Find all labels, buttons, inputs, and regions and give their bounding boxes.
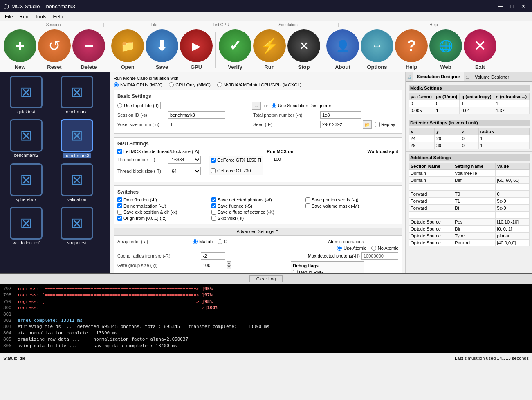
add-r9-c0[interactable]: Optode.Source [409,233,453,240]
add-r5-c1[interactable]: Dt [453,205,495,212]
add-r2-c0[interactable] [409,184,453,191]
thread-num-select[interactable]: 16384 [168,156,201,164]
gpu2-label[interactable]: GeForce GT 730 [211,168,261,173]
about-button[interactable]: 👤 About [326,29,359,70]
web-button[interactable]: 🌐 Web [429,29,462,70]
run-button[interactable]: ⚡ Run [253,29,286,70]
add-r8-c1[interactable]: Dir [453,226,495,233]
media-r1-n[interactable]: 1.37 [494,107,530,114]
media-r1-us[interactable]: 1 [434,107,460,114]
open-button[interactable]: 📁 Open [111,29,144,70]
maximize-button[interactable]: □ [507,2,517,10]
switch-skip-void[interactable]: Skip void (-k) [211,216,304,221]
media-r0-g[interactable]: 1 [460,100,494,107]
add-r5-c0[interactable]: Forward [409,205,453,212]
matlab-radio[interactable] [193,239,198,244]
add-r7-c2[interactable]: [10,10,-10] [495,219,529,226]
mode-mcxcl-label[interactable]: NVIDIA/AMD/Intel CPU/GPU (MCXCL) [217,82,301,87]
c-radio-label[interactable]: C [218,239,227,244]
seed-input[interactable] [320,121,361,128]
add-r4-c0[interactable]: Forward [409,198,453,205]
add-r9-c2[interactable]: planar [495,233,529,240]
no-atomic-label[interactable]: No Atomic [371,246,398,251]
use-sim-designer-label[interactable]: Use Simulation Designer » [272,103,331,108]
menu-run[interactable]: Run [16,13,31,20]
matlab-radio-label[interactable]: Matlab [193,239,213,244]
use-atomic-label[interactable]: Use Atomic [337,246,366,251]
det-r1-y[interactable]: 39 [434,142,460,149]
add-r8-c2[interactable]: [0, 0, 1] [495,226,529,233]
add-r2-c2[interactable] [495,184,529,191]
add-r9-c1[interactable]: Type [453,233,495,240]
add-r0-c2[interactable] [495,170,529,177]
media-r1-g[interactable]: 0.01 [460,107,494,114]
add-r6-c2[interactable] [495,212,529,219]
let-mcx-decide-checkbox[interactable] [117,149,122,154]
add-r3-c2[interactable]: 0 [495,191,529,198]
det-r0-radius[interactable]: 1 [478,135,529,142]
gate-up-button[interactable]: ▲ [227,261,231,265]
switch-origin[interactable]: Orign from [0,0,0] (-z) [117,216,210,221]
add-r10-c0[interactable]: Optode.Source [409,240,453,246]
add-r3-c1[interactable]: T0 [453,191,495,198]
add-r2-c1[interactable] [453,184,495,191]
let-mcx-decide-label[interactable]: Let MCX decide thread/block size (-A) [117,149,199,154]
session-item-benchmark2[interactable]: ⊠ benchmark2 [2,118,51,160]
switch-normalization[interactable]: Do normalization (-U) [117,203,210,208]
tab-volume-designer[interactable]: Volume Designer [471,72,513,81]
add-r0-c1[interactable]: VolumeFile [453,170,495,177]
det-r1-radius[interactable]: 1 [478,142,529,149]
gpu-button[interactable]: ▶ GPU [180,29,213,70]
add-r3-c0[interactable]: Forward [409,191,453,198]
switch-save-diffuse[interactable]: Save diffuse reflectance (-X) [211,210,304,215]
det-r0-z[interactable]: 0 [460,135,478,142]
thread-block-select[interactable]: 64 [168,167,201,175]
det-r1-x[interactable]: 29 [409,142,435,149]
add-r4-c1[interactable]: T1 [453,198,495,205]
add-r1-c0[interactable]: Domain [409,177,453,184]
log-content[interactable]: 797rogress: [===========================… [0,284,532,353]
split-up-button[interactable]: ▲ [227,273,231,273]
c-radio[interactable] [218,239,222,244]
media-r1-ua[interactable]: 0.005 [409,107,434,114]
switch-save-photons[interactable]: Save detected photons (-d) [211,197,304,202]
add-r10-c2[interactable]: [40,0,0,0] [495,240,529,246]
session-item-validation-ref[interactable]: ⊠ validation_ref [2,205,51,247]
add-r1-c1[interactable]: Dim [453,177,495,184]
add-r4-c2[interactable]: 5e-9 [495,198,529,205]
add-r0-c0[interactable]: Domain [409,170,453,177]
det-r0-x[interactable]: 24 [409,135,435,142]
session-item-validation[interactable]: ⊠ validation [52,162,101,203]
use-atomic-radio[interactable] [337,246,342,251]
add-r5-c2[interactable]: 5e-9 [495,205,529,212]
gpu1-label[interactable]: GeForce GTX 1050 Ti [211,158,261,163]
add-r1-c2[interactable]: [60, 60, 60] [495,177,529,184]
use-sim-designer-radio[interactable] [272,103,276,108]
stop-button[interactable]: ✕ Stop [287,29,321,70]
use-input-file-radio[interactable] [117,103,122,108]
verify-button[interactable]: ✓ Verify [218,29,252,70]
save-button[interactable]: ⬇ Save [145,29,179,70]
help-button[interactable]: ? Help [395,29,428,70]
add-r7-c1[interactable]: Pos [453,219,495,226]
debug-rng-checkbox[interactable] [293,270,298,273]
session-item-benchmark1[interactable]: ⊠ benchmark1 [52,74,101,116]
media-r0-ua[interactable]: 0 [409,100,434,107]
menu-tools[interactable]: Tools [31,13,49,20]
switch-save-fluence[interactable]: Save fluence (-S) [211,203,304,208]
input-file-field[interactable] [160,102,250,109]
clear-log-button[interactable]: Clear Log [249,275,283,282]
gpu1-checkbox[interactable] [211,158,216,163]
add-r6-c1[interactable] [453,212,495,219]
delete-button[interactable]: − Delete [72,29,106,70]
options-button[interactable]: ↔ Options [360,29,394,70]
voxel-input[interactable] [168,121,225,128]
cache-input[interactable] [201,252,225,260]
mode-mcx-label[interactable]: NVIDIA GPUs (MCX) [114,82,162,87]
menu-file[interactable]: File [2,13,16,20]
advanced-toggle[interactable]: Advanced Settings ⌃ [114,228,402,235]
reset-button[interactable]: ↺ Reset [38,29,71,70]
debug-rng-label[interactable]: Debug RNG [293,270,362,273]
menu-help[interactable]: Help [49,13,66,20]
det-r0-y[interactable]: 29 [434,135,460,142]
